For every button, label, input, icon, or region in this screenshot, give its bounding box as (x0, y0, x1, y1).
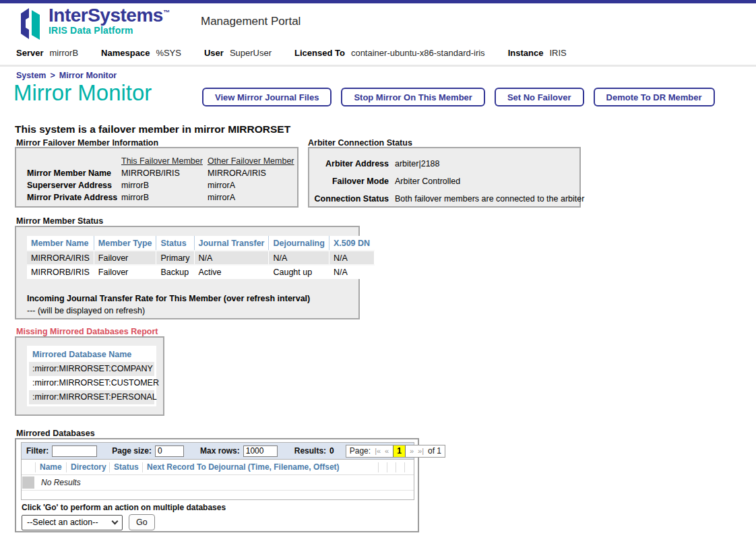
column-header-name[interactable]: Name (36, 462, 67, 472)
column-header-status[interactable]: Status (156, 236, 194, 251)
member-status-table: Member Name Member Type Status Journal T… (27, 236, 375, 279)
action-select-value: --Select an action-- (27, 518, 98, 527)
column-header-directory[interactable]: Directory (67, 462, 110, 472)
column-header-mirrored-database-name[interactable]: Mirrored Database Name (29, 348, 154, 362)
column-header-db-status[interactable]: Status (110, 462, 143, 472)
top-accent-bar (0, 0, 756, 3)
logo-text: InterSystems™ IRIS Data Platform (49, 6, 169, 35)
mirror-monitor-page: InterSystems™ IRIS Data Platform Managem… (0, 0, 756, 556)
journal-transfer-rate-value: --- (will be displayed on refresh) (27, 306, 145, 315)
breadcrumb-separator: > (50, 71, 55, 80)
table-filter-bar: Filter: Page size: Max rows: Results: 0 … (22, 443, 414, 460)
view-mirror-journal-files-button[interactable]: View Mirror Journal Files (202, 88, 332, 106)
column-header-other-failover-member: Other Failover Member (206, 155, 296, 167)
list-item: :mirror:MIRRORSET:COMPANY (29, 362, 154, 376)
action-hint: Click 'Go' to perform an action on multi… (22, 503, 226, 512)
column-header-next-record[interactable]: Next Record To Dejournal (Time, Filename… (143, 462, 379, 472)
first-page-button[interactable]: |« (375, 447, 381, 455)
column-header-dejournaling[interactable]: Dejournaling (269, 236, 329, 251)
arbiter-status-box: Arbiter Addressarbiter|2188 Failover Mod… (308, 147, 581, 208)
mirrored-databases-grid: Filter: Page size: Max rows: Results: 0 … (21, 442, 414, 500)
stop-mirror-button[interactable]: Stop Mirror On This Member (341, 88, 485, 106)
server-info-bar: ServermirrorB Namespace%SYS UserSuperUse… (16, 48, 567, 58)
column-header-member-type[interactable]: Member Type (94, 236, 156, 251)
empty-results-row: No Results (22, 475, 414, 491)
empty-column-header (387, 462, 396, 472)
max-rows-label: Max rows: (200, 446, 240, 456)
list-item: :mirror:MIRRORSET:PERSONAL (29, 390, 154, 404)
table-row: Mirror Member Name MIRRORB/IRIS MIRRORA/… (26, 167, 296, 179)
info-instance: InstanceIRIS (508, 48, 567, 58)
prev-page-button[interactable]: « (385, 447, 389, 455)
empty-column-header (379, 462, 387, 472)
last-page-button[interactable]: »| (418, 447, 424, 455)
portal-title: Management Portal (201, 15, 301, 28)
info-server: ServermirrorB (16, 48, 78, 58)
chevron-down-icon (112, 518, 119, 524)
empty-column-header (396, 462, 405, 472)
missing-report-title: Missing Mirrored Databases Report (16, 327, 158, 336)
action-select[interactable]: --Select an action-- (22, 515, 123, 530)
trademark-symbol: ™ (163, 9, 170, 16)
page-count: of 1 (428, 446, 441, 456)
filter-input[interactable] (52, 445, 97, 457)
missing-report-table: Mirrored Database Name :mirror:MIRRORSET… (27, 346, 156, 406)
empty-column-header (405, 462, 414, 472)
journal-transfer-rate-label: Incoming Journal Transfer Rate for This … (27, 294, 310, 303)
demote-to-dr-member-button[interactable]: Demote To DR Member (594, 88, 715, 106)
current-page-indicator: 1 (393, 445, 406, 457)
table-row: Superserver Address mirrorB mirrorA (26, 179, 296, 191)
no-results-text: No Results (41, 478, 81, 487)
action-row: --Select an action-- Go (22, 514, 155, 530)
column-header-journal-transfer[interactable]: Journal Transfer (194, 236, 269, 251)
brand-name: InterSystems™ (49, 6, 169, 25)
page-size-label: Page size: (112, 446, 152, 456)
breadcrumb-current: Mirror Monitor (59, 71, 117, 80)
member-status-header-row: Member Name Member Type Status Journal T… (27, 236, 374, 251)
column-header-member-name[interactable]: Member Name (27, 236, 94, 251)
failover-info-box: This Failover Member Other Failover Memb… (15, 147, 298, 208)
empty-column-header (22, 462, 36, 472)
failover-info-table: This Failover Member Other Failover Memb… (26, 155, 296, 204)
list-item: :mirror:MIRRORSET:CUSTOMER (29, 376, 154, 390)
mirrored-databases-title: Mirrored Databases (16, 429, 95, 438)
next-page-button[interactable]: » (410, 447, 414, 455)
max-rows-input[interactable] (243, 445, 278, 457)
set-no-failover-button[interactable]: Set No Failover (495, 88, 584, 106)
page-label: Page: (350, 446, 371, 456)
intersystems-logo: InterSystems™ IRIS Data Platform (19, 6, 169, 40)
failover-info-title: Mirror Failover Member Information (16, 138, 158, 148)
header-divider (0, 65, 756, 67)
toolbar: View Mirror Journal Files Stop Mirror On… (202, 88, 715, 106)
pagination: Page: |« « 1 » »| of 1 (346, 445, 445, 458)
table-row: MIRRORA/IRIS Failover Primary N/A N/A N/… (27, 251, 374, 265)
breadcrumb-system-link[interactable]: System (16, 71, 46, 80)
go-button[interactable]: Go (129, 514, 155, 530)
table-filler (22, 491, 414, 499)
info-licensed-to: Licensed Tocontainer-ubuntu-x86-standard… (294, 48, 485, 58)
arbiter-status-title: Arbiter Connection Status (308, 138, 412, 148)
member-status-box: Member Name Member Type Status Journal T… (15, 226, 360, 319)
column-header-this-failover-member: This Failover Member (120, 155, 206, 167)
table-row: Mirror Private Address mirrorB mirrorA (26, 191, 296, 204)
info-namespace: Namespace%SYS (101, 48, 181, 58)
table-row: MIRRORB/IRIS Failover Backup Active Caug… (27, 265, 374, 279)
info-user: UserSuperUser (204, 48, 272, 58)
missing-report-box: Mirrored Database Name :mirror:MIRRORSET… (15, 336, 164, 416)
platform-name: IRIS Data Platform (49, 26, 169, 35)
page-size-input[interactable] (155, 445, 184, 457)
results-count: 0 (329, 446, 334, 456)
row-selector-cell (22, 476, 34, 489)
system-status-heading: This system is a failover member in mirr… (15, 123, 290, 135)
mirrored-databases-header-row: Name Directory Status Next Record To Dej… (22, 460, 414, 475)
filter-label: Filter: (26, 446, 49, 456)
results-label: Results: (294, 446, 326, 456)
mirrored-databases-box: Filter: Page size: Max rows: Results: 0 … (15, 438, 419, 532)
page-title: Mirror Monitor (13, 80, 152, 106)
column-header-x509-dn[interactable]: X.509 DN (329, 236, 374, 251)
breadcrumb: System>Mirror Monitor (16, 71, 117, 80)
intersystems-logo-icon (19, 7, 43, 40)
arbiter-rows: Arbiter Addressarbiter|2188 Failover Mod… (313, 155, 584, 208)
member-status-title: Mirror Member Status (16, 216, 103, 226)
